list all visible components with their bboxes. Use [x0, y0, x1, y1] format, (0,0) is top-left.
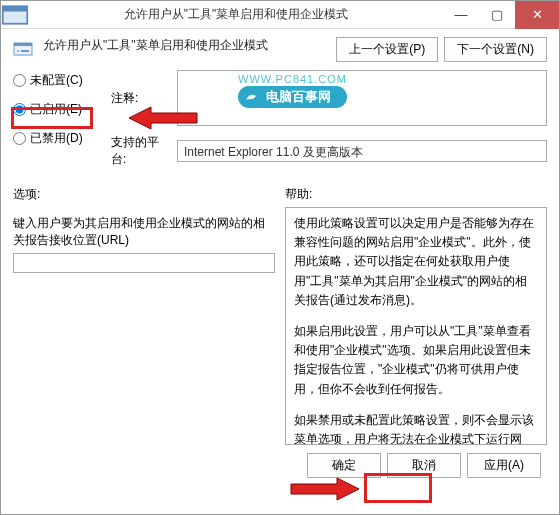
radio-enabled[interactable]: 已启用(E)	[13, 101, 99, 118]
watermark: WWW.PC841.COM 电脑百事网	[238, 73, 347, 108]
watermark-swirl-icon	[244, 90, 262, 104]
help-section-label: 帮助:	[285, 186, 547, 203]
minimize-button[interactable]: —	[443, 1, 479, 29]
window-title: 允许用户从"工具"菜单启用和使用企业模式	[29, 6, 443, 23]
app-icon	[1, 1, 29, 29]
maximize-button[interactable]: ▢	[479, 1, 515, 29]
header-row: 允许用户从"工具"菜单启用和使用企业模式 上一个设置(P) 下一个设置(N)	[13, 37, 547, 62]
policy-description: 允许用户从"工具"菜单启用和使用企业模式	[43, 37, 326, 54]
dialog-window: 允许用户从"工具"菜单启用和使用企业模式 — ▢ ✕ 允许用户从"工具"菜单启用…	[0, 0, 560, 515]
close-button[interactable]: ✕	[515, 1, 559, 29]
svg-rect-1	[3, 6, 28, 11]
radio-not-configured-input[interactable]	[13, 74, 26, 87]
radio-enabled-input[interactable]	[13, 103, 26, 116]
svg-rect-5	[21, 50, 29, 52]
policy-icon	[13, 39, 33, 59]
radio-not-configured[interactable]: 未配置(C)	[13, 72, 99, 89]
help-paragraph-3: 如果禁用或未配置此策略设置，则不会显示该菜单选项，用户将无法在企业模式下运行网站…	[294, 411, 538, 445]
url-option-label: 键入用户要为其启用和使用企业模式的网站的相关报告接收位置(URL)	[13, 215, 275, 249]
watermark-url: WWW.PC841.COM	[238, 73, 347, 85]
next-setting-button[interactable]: 下一个设置(N)	[444, 37, 547, 62]
options-section-label: 选项:	[13, 186, 275, 203]
radio-not-configured-label: 未配置(C)	[30, 72, 83, 89]
ok-button[interactable]: 确定	[307, 453, 381, 478]
comment-textarea[interactable]: WWW.PC841.COM 电脑百事网	[177, 70, 547, 126]
url-input[interactable]	[13, 253, 275, 273]
previous-setting-button[interactable]: 上一个设置(P)	[336, 37, 438, 62]
svg-point-4	[17, 50, 19, 52]
radio-disabled[interactable]: 已禁用(D)	[13, 130, 99, 147]
help-text-box: 使用此策略设置可以决定用户是否能够为存在兼容性问题的网站启用"企业模式"。此外，…	[285, 207, 547, 445]
platform-label: 支持的平台:	[111, 134, 171, 168]
configuration-row: 未配置(C) 已启用(E) 已禁用(D) 注释: WWW.PC841.COM	[13, 70, 547, 176]
platform-value: Internet Explorer 11.0 及更高版本	[177, 140, 547, 162]
apply-button[interactable]: 应用(A)	[467, 453, 541, 478]
watermark-text: 电脑百事网	[266, 88, 331, 106]
window-controls: — ▢ ✕	[443, 1, 559, 29]
lower-panels: 选项: 键入用户要为其启用和使用企业模式的网站的相关报告接收位置(URL) 帮助…	[13, 186, 547, 445]
radio-disabled-label: 已禁用(D)	[30, 130, 83, 147]
titlebar: 允许用户从"工具"菜单启用和使用企业模式 — ▢ ✕	[1, 1, 559, 29]
help-paragraph-2: 如果启用此设置，用户可以从"工具"菜单查看和使用"企业模式"选项。如果启用此设置…	[294, 322, 538, 399]
cancel-button[interactable]: 取消	[387, 453, 461, 478]
footer-buttons: 确定 取消 应用(A)	[13, 453, 547, 478]
radio-group: 未配置(C) 已启用(E) 已禁用(D)	[13, 70, 99, 176]
radio-enabled-label: 已启用(E)	[30, 101, 82, 118]
help-paragraph-1: 使用此策略设置可以决定用户是否能够为存在兼容性问题的网站启用"企业模式"。此外，…	[294, 214, 538, 310]
radio-disabled-input[interactable]	[13, 132, 26, 145]
svg-rect-3	[14, 43, 32, 46]
comment-label: 注释:	[111, 90, 171, 107]
content-area: 允许用户从"工具"菜单启用和使用企业模式 上一个设置(P) 下一个设置(N) 未…	[1, 29, 559, 488]
